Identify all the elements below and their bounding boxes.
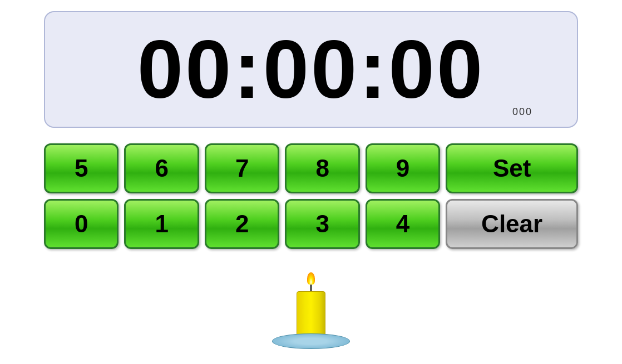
candle-plate (272, 333, 350, 349)
digit-0-button[interactable]: 0 (44, 199, 119, 249)
candle-flame (307, 272, 315, 285)
clear-button[interactable]: Clear (446, 199, 578, 249)
digit-6-button[interactable]: 6 (124, 143, 199, 193)
button-row-2: 0 1 2 3 4 Clear (44, 199, 578, 249)
timer-display: 00:00:00 000 (44, 11, 578, 128)
candle-illustration (266, 266, 356, 349)
digit-9-button[interactable]: 9 (366, 143, 440, 193)
digit-3-button[interactable]: 3 (285, 199, 359, 249)
timer-milliseconds: 000 (512, 106, 532, 118)
digit-4-button[interactable]: 4 (366, 199, 440, 249)
set-button[interactable]: Set (446, 143, 578, 193)
timer-text: 00:00:00 (137, 28, 485, 111)
digit-5-button[interactable]: 5 (44, 143, 119, 193)
candle-wick (310, 285, 312, 291)
digit-8-button[interactable]: 8 (285, 143, 359, 193)
digit-1-button[interactable]: 1 (124, 199, 199, 249)
button-grid: 5 6 7 8 9 Set 0 1 2 3 4 Clear (44, 143, 578, 249)
button-row-1: 5 6 7 8 9 Set (44, 143, 578, 193)
digit-7-button[interactable]: 7 (205, 143, 279, 193)
digit-2-button[interactable]: 2 (205, 199, 279, 249)
